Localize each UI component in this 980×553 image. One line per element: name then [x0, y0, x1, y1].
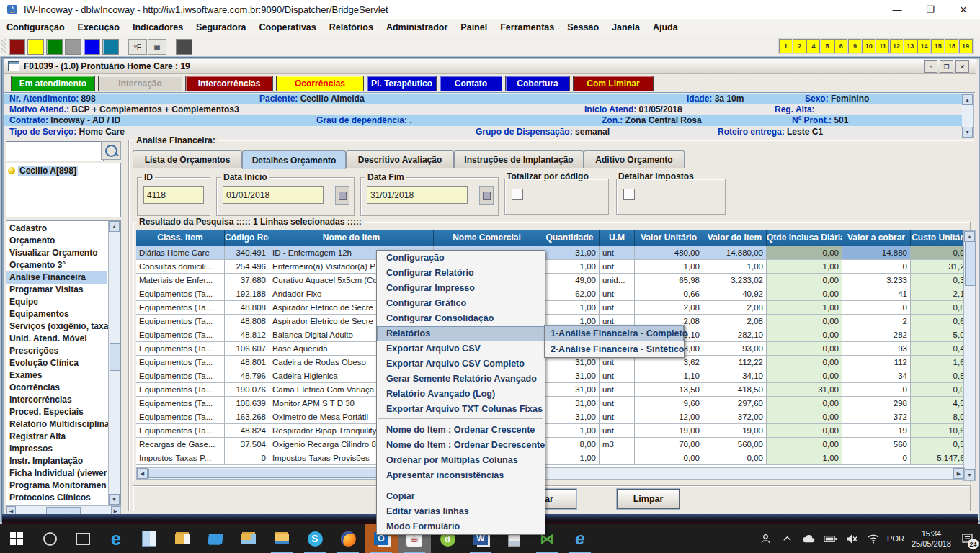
dark-gray-square[interactable]	[176, 39, 192, 55]
quick-window-button-14[interactable]: 14	[917, 39, 931, 53]
table-vscrollbar[interactable]: ▲ ▼	[963, 230, 976, 481]
menu-ferramentas[interactable]: Ferramentas	[494, 20, 561, 35]
quick-window-button-15[interactable]: 15	[931, 39, 945, 53]
sidebar-item-ocorrencias[interactable]: Ocorrências	[6, 382, 107, 394]
context-menu-item-editar-varias-linhas[interactable]: Editar várias linhas	[377, 504, 545, 519]
context-menu-item-nome-do-item-ordenar-decrescente[interactable]: Nome do Item : Ordenar Decrescente	[377, 438, 545, 453]
dark-red-square[interactable]	[9, 39, 25, 55]
mdi-restore-icon[interactable]: ❐	[940, 60, 953, 73]
table-row[interactable]: Diárias Home Care340.491ID - Enfermagem …	[136, 246, 963, 260]
scrollbar-thumb[interactable]	[110, 343, 120, 371]
context-menu-item-configurar-impresso[interactable]: Configurar Impresso	[377, 281, 545, 296]
status-button-em-atendimento[interactable]: Em atendimento	[11, 76, 95, 91]
sidebar-item-prescricoes[interactable]: Prescrições	[6, 345, 107, 357]
volume-muted-icon[interactable]	[841, 524, 863, 553]
mdi-close-icon[interactable]: ✕	[956, 60, 969, 73]
patient-info-scrollbar[interactable]: ▲ ▼	[961, 94, 974, 138]
quick-window-button-11[interactable]: 11	[876, 39, 889, 53]
context-menu-item-configurar-grafico[interactable]: Configurar Gráfico	[377, 296, 545, 311]
firefox-icon[interactable]	[331, 524, 365, 553]
quick-window-button-1[interactable]: 1	[779, 39, 793, 53]
column-header-class-item[interactable]: Class. Item	[136, 230, 225, 246]
language-indicator[interactable]: POR	[884, 534, 907, 543]
quick-window-button-6[interactable]: 6	[834, 39, 848, 53]
quick-window-button-18[interactable]: 18	[945, 39, 958, 53]
detalhar-checkbox[interactable]	[623, 189, 635, 200]
context-menu-item-nome-do-item-ordenar-crescente[interactable]: Nome do Item : Ordenar Crescente	[377, 423, 545, 438]
status-button-com-liminar[interactable]: Com Liminar	[573, 76, 654, 91]
context-menu-item-configurar-consolidacao[interactable]: Configurar Consolidação	[377, 311, 545, 326]
menu-relatorios[interactable]: Relatórios	[323, 20, 380, 35]
column-header-valor-unitario[interactable]: Valor Unitário	[635, 230, 703, 246]
menu-seguradora[interactable]: Seguradora	[190, 20, 252, 35]
quick-window-button-5[interactable]: 5	[821, 39, 834, 53]
column-header-nome-do-item[interactable]: Nome do Item	[270, 230, 434, 246]
yellow-square[interactable]	[27, 39, 44, 55]
table-row[interactable]: Recargas de Gase...37.504Oxigenio Recarg…	[136, 438, 963, 451]
sidebar-item-orcamento-3[interactable]: Orçamento 3°	[6, 259, 107, 271]
column-header-valor-a-cobrar[interactable]: Valor a cobrar	[842, 230, 911, 246]
edge-icon[interactable]: e	[99, 524, 133, 553]
column-header-nome-comercial[interactable]: Nome Comercial	[434, 230, 540, 246]
sidebar-item-orcamento[interactable]: Orçamento	[6, 235, 107, 247]
document-viewer-icon[interactable]	[133, 524, 166, 553]
sidebar-item-programa-monitoramen[interactable]: Programa Monitoramen	[6, 480, 107, 492]
sidebar-item-proced-especiais[interactable]: Proced. Especiais	[6, 406, 107, 418]
tab-lista-de-orcamentos[interactable]: Lista de Orçamentos	[133, 150, 242, 168]
totalizar-checkbox[interactable]	[512, 189, 523, 200]
file-explorer-icon[interactable]	[265, 524, 298, 553]
sidebar-item-unid-atend-movel[interactable]: Unid. Atend. Móvel	[6, 333, 107, 345]
menu-configuracao[interactable]: Configuração	[0, 20, 71, 35]
sidebar-item-exames[interactable]: Exames	[6, 369, 107, 382]
mdi-minimize-icon[interactable]: ▫	[924, 60, 937, 73]
sidebar-item-intercorrencias[interactable]: Intercorrências	[6, 394, 107, 406]
submenu-item-1-analise-financeira-completo[interactable]: 1-Análise Financeira - Completo	[545, 325, 684, 341]
text-style-tool-icon[interactable]: ºF	[128, 39, 147, 55]
column-header-quantidade[interactable]: Quantidade	[540, 230, 600, 246]
scroll-up-icon[interactable]: ▲	[962, 94, 973, 105]
task-view-icon[interactable]	[66, 524, 99, 553]
id-field[interactable]	[143, 186, 204, 204]
patient-search-input[interactable]	[6, 141, 104, 161]
maximize-button[interactable]: ❐	[914, 0, 947, 19]
tab-aditivo-orcamento[interactable]: Aditivo Orçamento	[584, 150, 685, 168]
table-row[interactable]: Materiais de Enfer...37.680Curativo Aqua…	[136, 274, 963, 287]
tab-descritivo-avaliacao[interactable]: Descritivo Avaliação	[346, 150, 454, 168]
status-button-contato[interactable]: Contato	[440, 76, 502, 91]
context-menu-item-modo-formulario[interactable]: Modo Formulário	[377, 519, 545, 534]
prontuario-title-bar[interactable]: F01039 - (1.0) Prontuário Home Care : 19…	[4, 59, 976, 74]
sidebar-item-registrar-alta[interactable]: Registrar Alta	[6, 431, 107, 443]
sidebar-item-evolucao-clinica[interactable]: Evolução Clínica	[6, 357, 107, 369]
quick-window-button-9[interactable]: 9	[848, 39, 862, 53]
scrollbar-thumb[interactable]	[965, 241, 976, 286]
context-menu-item-ordenar-por-multiplas-colunas[interactable]: Ordenar por Múltiplas Colunas	[377, 453, 545, 468]
quick-window-button-2[interactable]: 2	[793, 39, 806, 53]
status-button-cobertura[interactable]: Cobertura	[505, 76, 570, 91]
submenu-item-2-analise-financeira-sintetico[interactable]: 2-Análise Financeira - Sintético	[545, 341, 684, 357]
quick-window-button-4[interactable]: 4	[806, 39, 820, 53]
battery-icon[interactable]	[819, 524, 841, 553]
table-row[interactable]: Impostos-Taxas-P...0Impostos-Taxas-Provi…	[136, 451, 963, 465]
context-menu-item-configurar-relatorio[interactable]: Configurar Relatório	[377, 266, 545, 281]
data-inicio-field[interactable]	[223, 186, 324, 204]
scroll-down-icon[interactable]: ▼	[964, 469, 975, 480]
limpar-button[interactable]: Limpar	[617, 489, 680, 509]
patient-list-item[interactable]: Cecilio A[898]	[6, 163, 120, 178]
tab-instrucoes-de-implantacao[interactable]: Instruções de Implantação	[454, 150, 584, 168]
context-menu-item-configuracao[interactable]: Configuração	[377, 251, 545, 266]
clock[interactable]: 15:3425/05/2018	[907, 529, 956, 549]
quick-window-button-12[interactable]: 12	[890, 39, 904, 53]
scroll-down-icon[interactable]: ▼	[962, 127, 973, 138]
sidebar-item-equipamentos[interactable]: Equipamentos	[6, 308, 107, 320]
start-button[interactable]	[0, 524, 33, 553]
table-hscrollbar[interactable]: ◀ ▶	[136, 467, 965, 480]
context-menu-item-relatorio-avancado-log[interactable]: Relatório Avançado (Log)	[377, 387, 545, 402]
data-inicio-calendar-button[interactable]	[335, 186, 349, 205]
gray-square[interactable]	[65, 39, 81, 55]
table-row[interactable]: Equipamentos (Ta...192.188Andador Fixo62…	[136, 287, 963, 301]
scroll-up-icon[interactable]: ▲	[964, 231, 975, 242]
column-header-custo-unitario[interactable]: Custo Unitário	[911, 230, 963, 246]
sidebar-item-servicos-oxigenio-taxa[interactable]: Serviços (oxigênio, taxa	[6, 320, 107, 333]
scroll-right-icon[interactable]: ▶	[953, 468, 964, 479]
sidebar-item-programar-visitas[interactable]: Programar Visitas	[6, 284, 107, 296]
